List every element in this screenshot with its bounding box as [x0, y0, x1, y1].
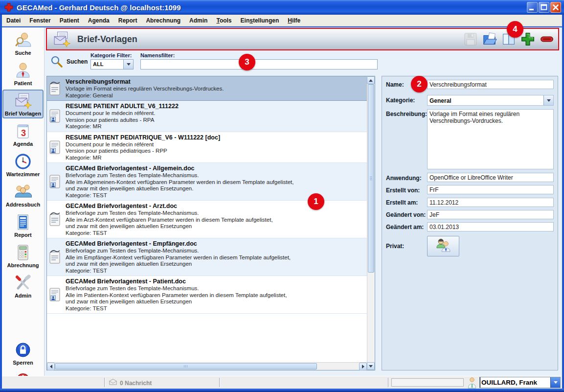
template-description: Document pour le médecin référent Versio…	[66, 141, 220, 155]
template-list-item[interactable]: GECAMed Briefvorlagentest - Empfänger.do…	[47, 238, 367, 276]
geaendert-von-label: Geändert von:	[386, 211, 426, 218]
template-title: GECAMed Briefvorlagentest - Empfänger.do…	[66, 240, 291, 248]
message-status: 0 Nachricht	[109, 378, 152, 388]
erstellt-am-field[interactable]: 11.12.2012	[427, 198, 554, 207]
template-title: GECAMed Briefvorlagentest - Allgemein.do…	[66, 164, 293, 172]
vertical-scroll-thumb[interactable]	[368, 84, 374, 273]
scroll-right-button[interactable]	[359, 363, 367, 370]
sidebar-item[interactable]: Suche	[2, 29, 44, 58]
minimize-button[interactable]	[527, 2, 538, 13]
annotation-circle: 1	[308, 193, 324, 210]
sidebar-item-icon	[14, 244, 32, 261]
privat-toggle-button[interactable]	[427, 236, 459, 256]
template-category: Kategorie: MR	[66, 123, 179, 130]
sidebar-item[interactable]: 3 Agenda	[2, 120, 44, 149]
sidebar-item[interactable]: Addressbuch	[2, 181, 44, 209]
letter-template-icon	[53, 30, 70, 48]
template-category: Kategorie: MR	[66, 155, 220, 161]
document-icon	[49, 109, 63, 123]
template-list-panel: Verschreibungsformat Vorlage im Format e…	[46, 76, 375, 370]
sidebar-item-icon	[14, 153, 32, 170]
status-separator	[104, 378, 105, 387]
detail-panel: Name: Verschreibungsformat Kategorie: Ge…	[382, 76, 558, 370]
page-title: Brief-Vorlagen	[77, 34, 137, 45]
status-text-field[interactable]	[391, 378, 464, 387]
chevron-down-icon[interactable]	[543, 95, 553, 105]
sidebar-item[interactable]: Report	[2, 211, 44, 240]
template-description: Briefvorlage zum Testen des Template-Mec…	[66, 285, 287, 305]
geaendert-von-field[interactable]: JeF	[427, 210, 554, 219]
menu-item[interactable]: Tools	[212, 17, 236, 24]
chevron-down-icon[interactable]	[550, 377, 560, 388]
category-filter-select[interactable]: ALL	[90, 59, 134, 69]
sidebar-item-label: Abrechnung	[7, 262, 39, 268]
erstellt-von-label: Erstellt von:	[386, 187, 420, 194]
sidebar-item[interactable]: Wartezimmer	[2, 150, 44, 179]
name-field[interactable]: Verschreibungsformat	[427, 80, 554, 89]
chevron-down-icon[interactable]	[123, 60, 133, 69]
sidebar-item[interactable]: Brief Vorlagen	[2, 90, 44, 118]
template-description: Briefvorlage zum Testen des Template-Mec…	[66, 248, 291, 268]
sidebar-item[interactable]: Patient	[2, 59, 44, 88]
close-button[interactable]	[550, 2, 561, 13]
document-icon	[49, 140, 63, 155]
message-count: 0 Nachricht	[120, 380, 152, 387]
template-category: Kategorie: TEST	[66, 192, 293, 199]
sidebar-item[interactable]: Abrechnung	[2, 241, 44, 270]
anwendung-label: Anwendung:	[386, 175, 422, 182]
user-select[interactable]: OUILLARD, Frank	[479, 377, 561, 388]
beschreibung-textarea[interactable]: Vorlage im Format eines regulären Versch…	[427, 109, 554, 169]
menu-item[interactable]: Patient	[55, 17, 84, 24]
menu-item[interactable]: Admin	[185, 17, 212, 24]
toolbar-button[interactable]	[539, 31, 555, 47]
menu-bar: DateiFensterPatientAgendaReportAbrechnun…	[2, 15, 562, 26]
two-people-icon	[435, 237, 451, 255]
sidebar-item-label: Patient	[14, 80, 32, 86]
name-filter-input[interactable]	[140, 59, 378, 69]
header-bar: Brief-Vorlagen	[46, 28, 559, 50]
horizontal-scrollbar[interactable]	[47, 362, 367, 370]
maximize-button[interactable]	[539, 2, 549, 13]
horizontal-scroll-thumb[interactable]	[55, 363, 317, 369]
scroll-up-button[interactable]	[367, 76, 375, 84]
vertical-scrollbar[interactable]	[367, 76, 375, 370]
template-title: GECAMed Briefvorlagentest - Arzt.doc	[66, 202, 273, 210]
svg-text:3: 3	[21, 128, 26, 138]
menu-item[interactable]: Fenster	[25, 17, 55, 24]
template-description: Briefvorlage zum Testen des Template-Mec…	[66, 172, 293, 192]
sidebar-item-label: Wartezimmer	[6, 171, 40, 177]
erstellt-von-field[interactable]: FrF	[427, 185, 554, 194]
template-list-item[interactable]: RESUME PATIENT PEDIATRIQUE_V6 - W111222 …	[47, 132, 367, 163]
template-list-item[interactable]: Verschreibungsformat Vorlage im Format e…	[47, 76, 367, 101]
status-separator	[219, 378, 220, 387]
template-list-item[interactable]: RESUME PATIENT ADULTE_V6_111222 Document…	[47, 101, 367, 132]
toolbar-button[interactable]	[462, 31, 479, 47]
menu-item[interactable]: Report	[114, 17, 142, 24]
sidebar-item-icon: 3	[14, 122, 32, 140]
scroll-down-button[interactable]	[367, 362, 375, 370]
document-icon	[49, 212, 63, 227]
window-controls	[527, 2, 561, 13]
envelope-icon	[109, 378, 117, 388]
template-list-item[interactable]: GECAMed Briefvorlagentest - Patient.doc …	[47, 276, 367, 314]
scroll-left-button[interactable]	[47, 363, 55, 370]
toolbar-icon	[520, 31, 536, 47]
toolbar-button[interactable]	[481, 31, 498, 47]
search-row: Suchen Kategorie Filter: ALL Namensfilte…	[46, 51, 559, 74]
toolbar-icon	[463, 31, 478, 47]
sidebar-item-icon	[14, 31, 32, 49]
menu-item[interactable]: Abrechnung	[141, 17, 185, 24]
menu-item[interactable]: Datei	[2, 17, 25, 24]
geaendert-am-field[interactable]: 03.01.2013	[427, 222, 554, 231]
menu-item[interactable]: Einstellungen	[236, 17, 284, 24]
magnifier-icon	[50, 55, 64, 69]
template-title: RESUME PATIENT PEDIATRIQUE_V6 - W111222 …	[66, 134, 220, 141]
anwendung-field[interactable]: OpenOffice or LibreOffice Writer	[427, 173, 554, 182]
sidebar-item[interactable]: Admin	[2, 272, 44, 300]
status-separator	[388, 378, 388, 387]
sidebar-item[interactable]: Sperren	[2, 339, 44, 368]
kategorie-select[interactable]: General	[427, 95, 554, 106]
toolbar-icon	[539, 31, 555, 47]
menu-item[interactable]: Hilfe	[283, 17, 305, 24]
menu-item[interactable]: Agenda	[84, 17, 114, 24]
